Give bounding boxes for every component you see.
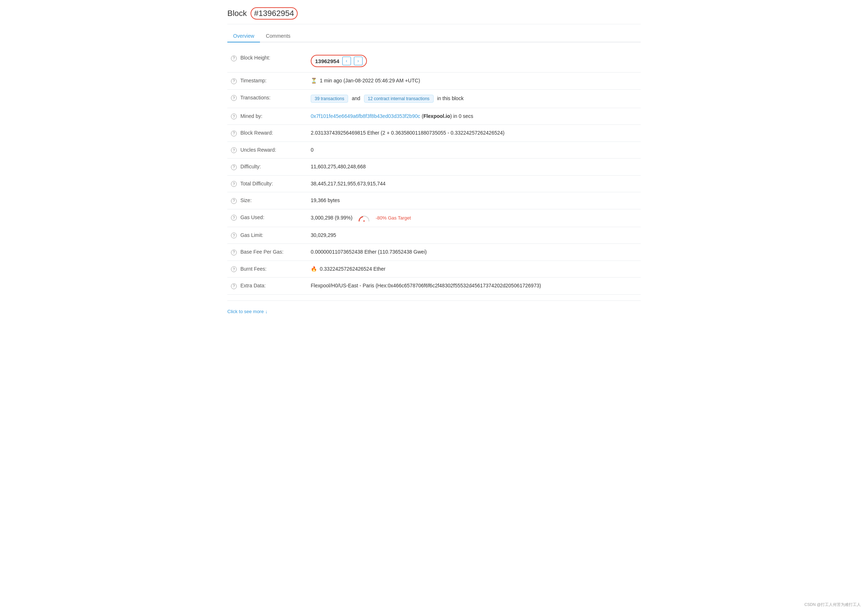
row-block-height: ? Block Height: 13962954 ‹ › [227, 50, 641, 73]
label-transactions: ? Transactions: [227, 89, 307, 108]
fire-icon: 🔥 [311, 266, 317, 272]
block-number-header: #13962954 [251, 7, 298, 20]
row-extra-data: ? Extra Data: Flexpool/H0/US-East - Pari… [227, 278, 641, 295]
help-icon-timestamp[interactable]: ? [231, 78, 237, 84]
block-height-number: 13962954 [315, 58, 339, 64]
tab-bar: Overview Comments [227, 30, 641, 42]
row-gas-used: ? Gas Used: 3,000,298 (9.99%) -80% Gas T… [227, 209, 641, 227]
row-total-difficulty: ? Total Difficulty: 38,445,217,521,955,6… [227, 175, 641, 192]
help-icon-base-fee[interactable]: ? [231, 250, 237, 255]
page-title-number: #13962954 [254, 9, 294, 18]
tab-overview[interactable]: Overview [227, 30, 260, 42]
value-timestamp: ⏳ 1 min ago (Jan-08-2022 05:46:29 AM +UT… [307, 73, 641, 90]
row-burnt-fees: ? Burnt Fees: 🔥 0.33224257262426524 Ethe… [227, 261, 641, 278]
row-gas-limit: ? Gas Limit: 30,029,295 [227, 227, 641, 244]
prev-block-btn[interactable]: ‹ [342, 57, 351, 65]
text-and: and [352, 95, 360, 101]
badge-transactions[interactable]: 39 transactions [311, 95, 348, 103]
label-difficulty: ? Difficulty: [227, 159, 307, 176]
value-mined-by: 0x7f101fe45e6649a6fb8f3f8b43ed03d353f2b9… [307, 108, 641, 125]
value-extra-data: Flexpool/H0/US-East - Paris (Hex:0x466c6… [307, 278, 641, 295]
help-icon-total-difficulty[interactable]: ? [231, 181, 237, 187]
help-icon-gas-used[interactable]: ? [231, 215, 237, 221]
row-block-reward: ? Block Reward: 2.031337439256469815 Eth… [227, 125, 641, 142]
click-to-see-more[interactable]: Click to see more ↓ [227, 309, 268, 314]
help-icon-mined-by[interactable]: ? [231, 113, 237, 120]
value-total-difficulty: 38,445,217,521,955,673,915,744 [307, 175, 641, 192]
miner-name: (Flexpool.io) [422, 113, 453, 119]
help-icon-block-height[interactable]: ? [231, 56, 237, 61]
value-transactions: 39 transactions and 12 contract internal… [307, 89, 641, 108]
value-block-height: 13962954 ‹ › [307, 50, 641, 73]
page-header: Block #13962954 [227, 7, 641, 24]
value-uncles-reward: 0 [307, 141, 641, 159]
label-size: ? Size: [227, 192, 307, 209]
help-icon-difficulty[interactable]: ? [231, 164, 237, 170]
chevron-down-icon: ↓ [265, 309, 268, 314]
label-mined-by: ? Mined by: [227, 108, 307, 125]
help-icon-gas-limit[interactable]: ? [231, 233, 237, 238]
label-timestamp: ? Timestamp: [227, 73, 307, 90]
label-gas-limit: ? Gas Limit: [227, 227, 307, 244]
gas-meter-icon [357, 215, 371, 222]
row-size: ? Size: 19,366 bytes [227, 192, 641, 209]
value-difficulty: 11,603,275,480,248,668 [307, 159, 641, 176]
clock-icon: ⏳ [311, 78, 317, 84]
value-base-fee: 0.00000011073652438 Ether (110.73652438 … [307, 244, 641, 261]
mined-suffix: in 0 secs [453, 113, 473, 119]
value-block-reward: 2.031337439256469815 Ether (2 + 0.363580… [307, 125, 641, 142]
label-block-height: ? Block Height: [227, 50, 307, 73]
row-difficulty: ? Difficulty: 11,603,275,480,248,668 [227, 159, 641, 176]
value-gas-limit: 30,029,295 [307, 227, 641, 244]
label-burnt-fees: ? Burnt Fees: [227, 261, 307, 278]
help-icon-uncles-reward[interactable]: ? [231, 147, 237, 153]
help-icon-burnt-fees[interactable]: ? [231, 266, 237, 272]
label-base-fee: ? Base Fee Per Gas: [227, 244, 307, 261]
page-title-block: Block [227, 9, 247, 18]
gas-used-value: 3,000,298 (9.99%) [311, 215, 352, 220]
value-gas-used: 3,000,298 (9.99%) -80% Gas Target [307, 209, 641, 227]
svg-point-0 [363, 220, 365, 222]
row-transactions: ? Transactions: 39 transactions and 12 c… [227, 89, 641, 108]
help-icon-size[interactable]: ? [231, 198, 237, 204]
label-total-difficulty: ? Total Difficulty: [227, 175, 307, 192]
text-in-this-block: in this block [437, 95, 464, 101]
miner-address-link[interactable]: 0x7f101fe45e6649a6fb8f3f8b43ed03d353f2b9… [311, 113, 420, 119]
label-gas-used: ? Gas Used: [227, 209, 307, 227]
label-extra-data: ? Extra Data: [227, 278, 307, 295]
block-height-circled: 13962954 ‹ › [311, 55, 367, 67]
value-burnt-fees: 🔥 0.33224257262426524 Ether [307, 261, 641, 278]
info-table: ? Block Height: 13962954 ‹ › ? Timestamp… [227, 50, 641, 295]
page-container: Block #13962954 Overview Comments ? Bloc… [217, 0, 651, 322]
label-block-reward: ? Block Reward: [227, 125, 307, 142]
badge-internal-transactions[interactable]: 12 contract internal transactions [364, 95, 434, 103]
row-uncles-reward: ? Uncles Reward: 0 [227, 141, 641, 159]
label-uncles-reward: ? Uncles Reward: [227, 141, 307, 159]
row-timestamp: ? Timestamp: ⏳ 1 min ago (Jan-08-2022 05… [227, 73, 641, 90]
value-size: 19,366 bytes [307, 192, 641, 209]
tab-comments[interactable]: Comments [260, 30, 296, 42]
gas-target-label: -80% Gas Target [376, 215, 411, 220]
help-icon-block-reward[interactable]: ? [231, 131, 237, 137]
row-base-fee: ? Base Fee Per Gas: 0.00000011073652438 … [227, 244, 641, 261]
help-icon-transactions[interactable]: ? [231, 95, 237, 101]
row-mined-by: ? Mined by: 0x7f101fe45e6649a6fb8f3f8b43… [227, 108, 641, 125]
next-block-btn[interactable]: › [354, 57, 363, 65]
help-icon-extra-data[interactable]: ? [231, 283, 237, 289]
